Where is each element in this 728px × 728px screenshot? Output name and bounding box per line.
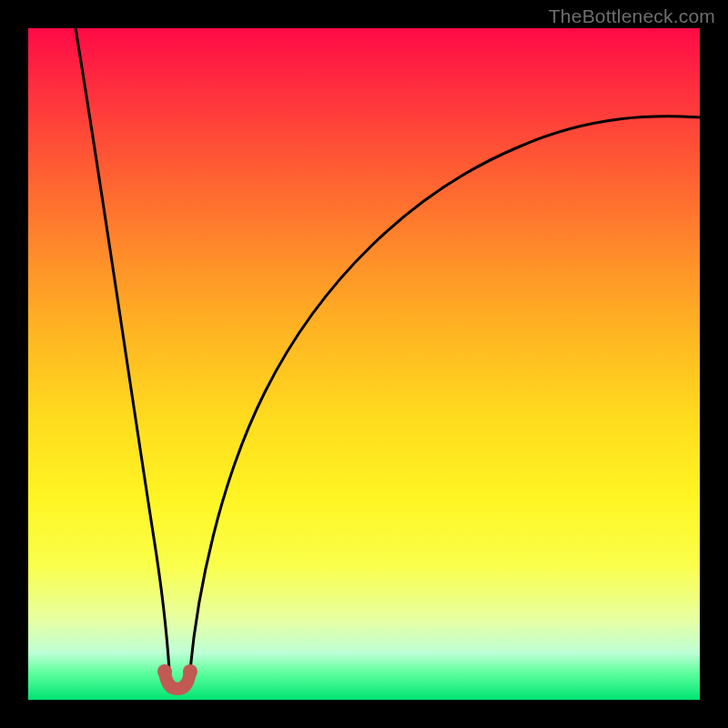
plot-area [28, 28, 700, 700]
bottleneck-curve [28, 28, 700, 700]
min-marker-right [183, 664, 197, 679]
min-marker-left [157, 664, 172, 679]
watermark-text: TheBottleneck.com [549, 5, 715, 27]
curve-left-branch [76, 28, 169, 670]
curve-right-branch [190, 116, 700, 670]
